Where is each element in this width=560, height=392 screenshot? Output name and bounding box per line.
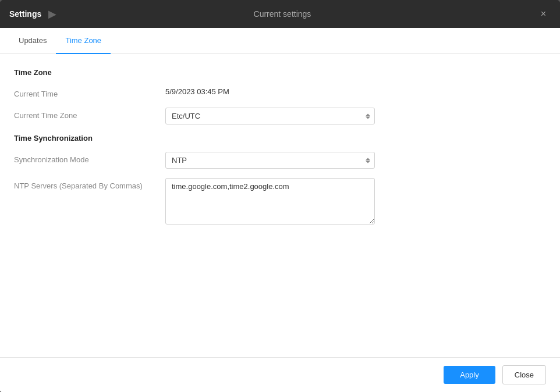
sync-mode-row: Synchronization Mode NTP Manual	[14, 152, 546, 169]
header-title-left: Settings	[9, 9, 41, 19]
sync-mode-label: Synchronization Mode	[14, 152, 165, 164]
timezone-section-title: Time Zone	[14, 68, 546, 77]
modal-footer: Apply Close	[0, 357, 560, 392]
timezone-row: Current Time Zone Etc/UTC America/New_Yo…	[14, 108, 546, 124]
tabs-bar: Updates Time Zone	[0, 28, 560, 54]
sync-mode-select[interactable]: NTP Manual	[165, 152, 375, 169]
sync-section-title: Time Synchronization	[14, 134, 546, 142]
current-time-row: Current Time 5/9/2023 03:45 PM	[14, 86, 546, 98]
modal-body: Time Zone Current Time 5/9/2023 03:45 PM…	[0, 54, 560, 357]
sync-mode-select-wrapper: NTP Manual	[165, 152, 375, 169]
close-button[interactable]: Close	[502, 365, 546, 384]
current-time-label: Current Time	[14, 86, 165, 98]
timezone-select-container: Etc/UTC America/New_York America/Los_Ang…	[165, 108, 375, 124]
apply-button[interactable]: Apply	[444, 366, 495, 384]
header-arrow: ▶	[48, 8, 56, 20]
ntp-servers-row: NTP Servers (Separated By Commas) time.g…	[14, 178, 546, 227]
close-icon[interactable]: ×	[536, 7, 551, 21]
ntp-servers-textarea-wrapper: time.google.com,time2.google.com	[165, 178, 375, 227]
tab-timezone[interactable]: Time Zone	[56, 28, 111, 54]
timezone-label: Current Time Zone	[14, 108, 165, 120]
tab-updates[interactable]: Updates	[9, 28, 56, 54]
ntp-servers-label: NTP Servers (Separated By Commas)	[14, 178, 165, 190]
current-time-value-wrapper: 5/9/2023 03:45 PM	[165, 86, 375, 97]
modal-header: Settings ▶ Current settings ×	[0, 0, 560, 28]
header-title-center: Current settings	[63, 9, 501, 19]
timezone-select[interactable]: Etc/UTC America/New_York America/Los_Ang…	[165, 108, 375, 124]
current-time-value: 5/9/2023 03:45 PM	[165, 84, 229, 96]
timezone-select-wrapper: Etc/UTC America/New_York America/Los_Ang…	[165, 108, 375, 124]
ntp-servers-textarea[interactable]: time.google.com,time2.google.com	[165, 178, 375, 224]
sync-section: Time Synchronization Synchronization Mod…	[14, 134, 546, 227]
settings-modal: Settings ▶ Current settings × Updates Ti…	[0, 0, 560, 392]
sync-mode-select-container: NTP Manual	[165, 152, 375, 169]
timezone-section: Time Zone Current Time 5/9/2023 03:45 PM…	[14, 68, 546, 124]
